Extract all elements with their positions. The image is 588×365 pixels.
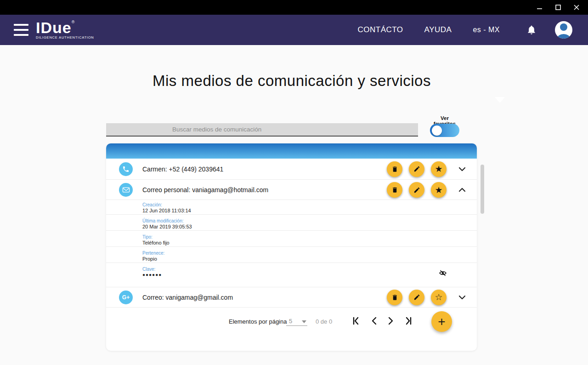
envelope-icon (119, 183, 133, 197)
favorites-toggle[interactable] (430, 124, 459, 137)
nav-ayuda[interactable]: AYUDA (424, 25, 452, 34)
minimize-button[interactable] (534, 1, 546, 13)
detail-value: Teléfono fijo (142, 240, 170, 245)
add-button[interactable]: + (431, 311, 452, 332)
edit-button[interactable] (409, 182, 424, 198)
list-item-email[interactable]: Correo personal: vaniagamag@hotmail.com … (106, 180, 477, 200)
trash-icon (391, 294, 398, 301)
select-caret-icon (302, 320, 306, 323)
close-icon (574, 5, 579, 10)
avatar-body (557, 34, 570, 39)
expand-button[interactable] (453, 290, 471, 305)
chevron-right-icon (387, 316, 395, 325)
detail-label: Tipo: (142, 234, 153, 240)
list-item-gmail[interactable]: G+ Correo: vanigamag@gmail.com ☆ (106, 287, 477, 307)
page-range-label: 0 de 0 (316, 318, 332, 325)
page-title: Mis medios de comunicación y servicios (152, 70, 432, 91)
divider (106, 230, 477, 231)
notifications-button[interactable] (526, 24, 537, 35)
show-password-button[interactable] (437, 268, 449, 278)
chevron-left-icon (370, 316, 378, 325)
logo-subtitle: DILIGENCE AUTHENTICATION (36, 35, 94, 40)
toggle-knob (432, 125, 442, 136)
trash-icon (391, 186, 398, 194)
favorite-button[interactable]: ☆ (431, 290, 447, 305)
list-item-phone[interactable]: Carmen: +52 (449) 2039641 ★ (106, 159, 477, 179)
detail-value: Propio (142, 256, 157, 262)
close-button[interactable] (571, 1, 582, 13)
masked-password: ●●●●●● (142, 272, 162, 277)
last-page-button[interactable] (402, 315, 414, 327)
list-item-label: Carmen: +52 (449) 2039641 (142, 165, 223, 173)
delete-button[interactable] (387, 161, 402, 177)
items-per-page-label: Elementos por página (229, 318, 287, 325)
detail-label: Última modificación: (142, 218, 183, 223)
menu-button[interactable] (14, 24, 28, 36)
registered-mark: ® (72, 20, 75, 24)
chevron-up-icon (458, 188, 466, 192)
list-item-label: Correo personal: vaniagamag@hotmail.com (142, 186, 268, 194)
main-content: Mis medios de comunicación y servicios V… (0, 45, 588, 365)
language-selector[interactable]: es - MX (473, 26, 500, 34)
detail-label: Creación: (142, 202, 162, 207)
minimize-icon (537, 5, 543, 10)
trash-icon (391, 165, 398, 173)
first-page-icon (351, 316, 361, 325)
divider (106, 200, 477, 200)
app-header: IDue® DILIGENCE AUTHENTICATION CONTÁCTO … (0, 15, 588, 45)
plus-icon: + (438, 314, 445, 329)
bell-icon (526, 24, 537, 35)
header-nav: CONTÁCTO AYUDA es - MX (336, 21, 588, 39)
chevron-down-icon (458, 167, 466, 171)
pencil-icon (413, 294, 420, 301)
detail-value: 20 Mar 2019 39:05:53 (142, 224, 192, 229)
star-filled-icon: ★ (435, 186, 442, 194)
logo-title: IDue (36, 19, 72, 36)
menu-icon (14, 24, 28, 26)
items-per-page-select[interactable]: 5 (286, 317, 307, 326)
maximize-button[interactable] (552, 1, 564, 13)
favorite-button[interactable]: ★ (431, 182, 447, 198)
chevron-down-icon (458, 295, 466, 300)
media-list-card: Carmen: +52 (449) 2039641 ★ (106, 143, 477, 351)
last-page-icon (404, 316, 413, 325)
pencil-icon (413, 165, 420, 172)
divider (106, 246, 477, 247)
scrollbar-thumb[interactable] (481, 165, 484, 214)
next-page-button[interactable] (385, 315, 397, 327)
pencil-icon (413, 187, 420, 194)
star-filled-icon: ★ (435, 165, 442, 173)
first-page-button[interactable] (350, 315, 362, 327)
eye-off-icon (439, 270, 447, 276)
divider (106, 262, 477, 263)
avatar-head (560, 23, 567, 31)
google-plus-icon: G+ (119, 291, 133, 304)
avatar[interactable] (555, 21, 572, 39)
collapse-button[interactable] (453, 182, 471, 198)
app-logo: IDue® DILIGENCE AUTHENTICATION (36, 21, 94, 40)
previous-page-button[interactable] (368, 315, 380, 327)
phone-icon (119, 162, 133, 176)
star-outline-icon: ☆ (435, 293, 442, 302)
list-item-label: Correo: vanigamag@gmail.com (142, 294, 233, 301)
detail-value: 12 Jun 2018 11:03:14 (142, 208, 191, 213)
maximize-icon (555, 5, 561, 10)
search-input[interactable] (106, 123, 418, 137)
app-window: IDue® DILIGENCE AUTHENTICATION CONTÁCTO … (0, 0, 588, 365)
detail-label: Pertenece: (142, 251, 164, 256)
edit-button[interactable] (409, 161, 424, 177)
detail-label: Clave: (142, 267, 155, 272)
nav-contacto[interactable]: CONTÁCTO (357, 25, 403, 34)
delete-button[interactable] (387, 290, 402, 305)
os-titlebar (0, 0, 588, 15)
dropdown-caret-icon (495, 97, 505, 103)
divider (106, 214, 477, 215)
delete-button[interactable] (387, 182, 402, 198)
items-per-page-value: 5 (289, 318, 292, 325)
favorite-button[interactable]: ★ (431, 161, 447, 177)
edit-button[interactable] (409, 290, 424, 305)
list-header-bar (106, 143, 477, 159)
expand-button[interactable] (453, 161, 471, 177)
divider (106, 307, 477, 308)
